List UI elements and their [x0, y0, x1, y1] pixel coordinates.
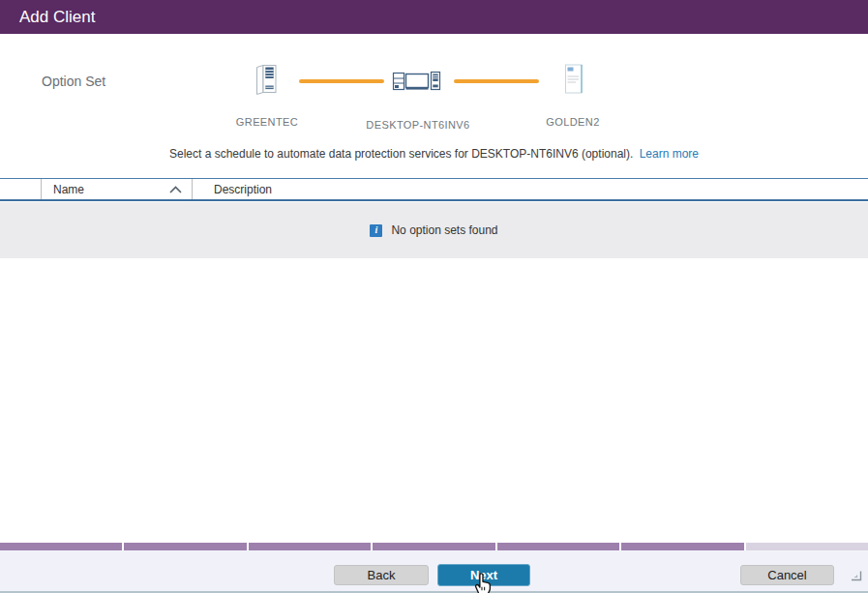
- client-systems-icon: [392, 67, 442, 98]
- sort-ascending-icon: [169, 183, 182, 196]
- option-set-table-header: Name Description: [0, 178, 868, 201]
- wizard-step-segment: [124, 543, 246, 550]
- empty-message: No option sets found: [391, 223, 497, 237]
- dialog-title: Add Client: [19, 8, 95, 26]
- schedule-hint: Select a schedule to automate data prote…: [0, 147, 868, 161]
- wizard-step-segment: [373, 543, 494, 550]
- resize-grip-icon[interactable]: [850, 568, 862, 585]
- node-label-option-set: GOLDEN2: [524, 116, 621, 128]
- connector-line-icon: [454, 79, 539, 83]
- option-set-label: Option Set: [42, 74, 105, 89]
- next-button[interactable]: Next: [437, 564, 530, 586]
- info-icon: i: [370, 224, 382, 237]
- node-label-client: DESKTOP-NT6INV6: [355, 119, 481, 131]
- connector-line-icon: [299, 79, 384, 83]
- option-set-document-icon: [563, 63, 584, 99]
- schedule-hint-text: Select a schedule to automate data prote…: [169, 147, 633, 161]
- name-column-label: Name: [53, 183, 84, 196]
- select-column-header: [0, 179, 42, 199]
- wizard-step-segment: [497, 543, 619, 550]
- node-label-server: GREENTEC: [219, 116, 315, 128]
- name-column-header[interactable]: Name: [42, 179, 193, 199]
- cancel-button[interactable]: Cancel: [740, 565, 834, 585]
- wizard-step-segment: [746, 543, 868, 550]
- description-column-header[interactable]: Description: [193, 179, 868, 199]
- back-button[interactable]: Back: [334, 565, 429, 585]
- wizard-step-segment: [0, 543, 122, 550]
- wizard-progress: [0, 543, 868, 550]
- add-client-dialog: Add Client Option Set: [0, 0, 868, 593]
- dialog-titlebar: Add Client: [0, 0, 868, 34]
- server-icon: [254, 63, 279, 100]
- learn-more-link[interactable]: Learn more: [640, 147, 699, 161]
- wizard-step-segment: [621, 543, 743, 550]
- table-empty-state: i No option sets found: [0, 202, 868, 258]
- dialog-footer: Back Next Cancel: [0, 550, 868, 593]
- description-column-label: Description: [214, 183, 272, 196]
- wizard-step-segment: [249, 543, 371, 550]
